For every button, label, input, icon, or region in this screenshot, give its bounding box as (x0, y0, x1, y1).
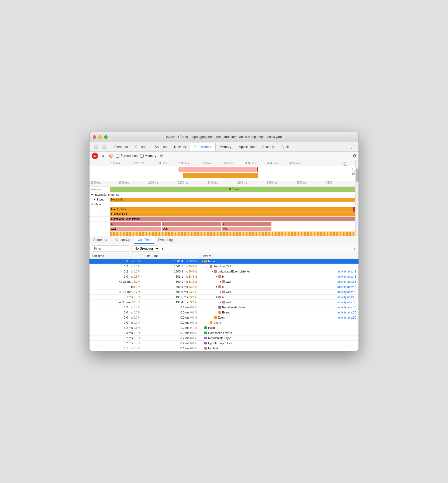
activity-link[interactable]: activitytabs:43 (332, 275, 356, 278)
ruler-tick-2000: 2000 ms (178, 162, 189, 165)
screenshots-checkbox[interactable]: Screenshots (116, 154, 139, 158)
titlebar: Developer Tools - https://googlechrome.g… (89, 132, 359, 142)
tab-bottom-up[interactable]: Bottom-Up (111, 236, 134, 244)
grouping-dropdown-arrow[interactable]: ▾ (161, 246, 163, 251)
cell-activity: ▶ wait activitytabs:33 (199, 299, 359, 305)
table-row[interactable]: 0.0 ms 0.0 %0.0 ms 0.0 % Event (89, 320, 359, 325)
table-row[interactable]: 0.0 ms 0.0 %0.0 ms 0.0 % Event activityt… (89, 315, 359, 320)
ruler2-3200: 3200 (326, 181, 332, 184)
cell-total-time: 499.9 ms 33.2 % (143, 284, 199, 289)
activity-link[interactable]: activitytabs:40 (332, 295, 356, 299)
table-row[interactable]: 0.3 ms 0.0 %1501.4 ms 99.9 % ▼ Event (89, 258, 359, 264)
tab-performance[interactable]: Performance (190, 143, 216, 151)
table-row[interactable]: 0.3 ms 0.0 %0.3 ms 0.0 % Composite Layer… (89, 330, 359, 335)
cell-self-time: 0.3 ms 0.0 % (89, 258, 143, 264)
activity-link[interactable]: activitytabs:33 (332, 290, 356, 294)
activity-link[interactable]: activitytabs:50 (332, 311, 356, 314)
tab-sources[interactable]: Sources (151, 143, 170, 151)
maximize-button[interactable] (104, 135, 108, 139)
screenshots-check[interactable] (116, 154, 119, 158)
activity-link[interactable]: activitytabs:50 (332, 306, 356, 309)
tab-event-log[interactable]: Event Log (154, 236, 177, 244)
dock-icon[interactable]: ⬜ (100, 143, 107, 150)
event-click-label: Event (click) (111, 208, 126, 211)
ruler2-1600: 1600 ms (91, 181, 101, 184)
cursor-icon[interactable]: ⬜ (92, 143, 99, 150)
call-tree-table: Self Time Total Time Activity 0.3 ms 0.0… (89, 253, 359, 351)
delete-button[interactable]: 🗑 (158, 153, 164, 159)
bottom-tabs: Summary Bottom-Up Call Tree Event Log (89, 236, 359, 244)
scrollbar-thumb (356, 168, 359, 182)
cell-total-time: 1500.9 ms 99.8 % (143, 269, 199, 274)
ruler-tick-1500: 1500 ms (156, 162, 167, 165)
ruler-tick-500: 500 ms (111, 162, 120, 165)
cell-activity: Recalculate Style activitytabs:50 (199, 305, 359, 310)
tab-call-tree[interactable]: Call Tree (134, 236, 154, 244)
reload-button[interactable]: ↺ (100, 153, 106, 159)
timeline-ruler-bottom: 1600 ms 1800 ms 2000 ms 2200 ms 2400 ms … (89, 181, 359, 187)
a-label: a (111, 222, 113, 225)
fps-marker (257, 167, 258, 172)
bottom-panel: Summary Bottom-Up Call Tree Event Log No… (89, 236, 359, 351)
tab-application[interactable]: Application (235, 143, 258, 151)
table-row[interactable]: 1.2 ms 0.1 %1.2 ms 0.1 % Paint (89, 325, 359, 330)
activity-link[interactable]: activitytabs:50 (332, 316, 356, 319)
table-row[interactable]: 0.2 ms 0.0 %0.2 ms 0.0 % Recalculate Sty… (89, 335, 359, 340)
activity-link[interactable]: activitytabs:46 (332, 285, 356, 288)
wait-c-label: wait (223, 227, 228, 230)
table-row[interactable]: 0 ms 0 %499.9 ms 33.2 % ▼ c activitytabs… (89, 284, 359, 289)
table-row[interactable]: 491.3 ms 32.7 %500.1 ms 33.3 % ▶ wait ac… (89, 279, 359, 284)
cell-self-time: 0 ms 0 % (89, 284, 143, 289)
tab-elements[interactable]: Elements (111, 143, 131, 151)
record-button[interactable]: ● (92, 153, 98, 159)
cell-activity: ▼ button.addEventListener activitytabs:4… (199, 269, 359, 274)
tab-summary[interactable]: Summary (89, 236, 111, 244)
grouping-select[interactable]: No Grouping (132, 245, 159, 252)
data-table: Self Time Total Time Activity 0.3 ms 0.0… (89, 253, 359, 351)
table-row[interactable]: 1.0 ms 0.1 %501.1 ms 33.3 % ▼ b activity… (89, 274, 359, 279)
table-row[interactable]: 0.2 ms 0.0 %0.2 ms 0.0 % Recalculate Sty… (89, 305, 359, 310)
filter-row: No Grouping ▾ ◁ (89, 244, 359, 253)
devtools-toolbar: ⬜ ⬜ Elements Console Sources Network Per… (89, 142, 359, 152)
tab-security[interactable]: Security (259, 143, 277, 151)
tab-memory[interactable]: Memory (216, 143, 235, 151)
activity-link[interactable]: activitytabs:33 (332, 280, 356, 283)
yellow-stripe-bar (110, 232, 355, 236)
settings-button[interactable]: ⚙ (353, 153, 356, 158)
table-row[interactable]: 0.2 ms 0.0 %1501.1 ms 99.9 % ▼ Function … (89, 264, 359, 269)
table-row[interactable]: 0.2 ms 0.0 %0.2 ms 0.0 % Update Layer Tr… (89, 340, 359, 346)
tab-console[interactable]: Console (132, 143, 151, 151)
cell-activity: Hit Test (199, 346, 359, 351)
col-activity: Activity (199, 253, 359, 259)
table-row[interactable]: 0.1 ms 0.0 %0.1 ms 0.0 % Hit Test (89, 346, 359, 351)
mouse-up-label: Mouse Up (111, 198, 123, 201)
table-row[interactable]: 489.5 ms 32.6 %499.4 ms 33.2 % ▶ wait ac… (89, 299, 359, 305)
cell-total-time: 1501.4 ms 99.9 % (143, 258, 199, 264)
table-body: 0.3 ms 0.0 %1501.4 ms 99.9 % ▼ Event 0.2… (89, 258, 359, 351)
table-row[interactable]: 0.1 ms 0.0 %499.5 ms 33.2 % ▼ a activity… (89, 294, 359, 299)
table-header-row: Self Time Total Time Activity (89, 253, 359, 259)
close-button[interactable] (93, 135, 96, 139)
table-row[interactable]: 0.2 ms 0.0 %1500.9 ms 99.8 % ▼ button.ad… (89, 269, 359, 274)
separator (109, 144, 109, 149)
timeline-vscrollbar[interactable] (355, 160, 359, 236)
more-tabs-icon[interactable]: ⋮ (347, 144, 356, 150)
activity-link[interactable]: activitytabs:49 (332, 270, 356, 273)
clear-button[interactable]: 🚫 (108, 153, 114, 159)
filter-input[interactable] (92, 245, 129, 252)
table-row[interactable]: 491.1 ms 32.7 %499.9 ms 33.2 % ▶ wait ac… (89, 289, 359, 294)
cell-total-time: 501.1 ms 33.3 % (143, 274, 199, 279)
interactions-row: ▼ Interactions :ponse (89, 192, 359, 197)
frames-value: 1505.1 ms (226, 188, 239, 191)
tab-network[interactable]: Network (171, 143, 189, 151)
memory-check[interactable] (140, 154, 144, 158)
minimize-button[interactable] (98, 135, 102, 139)
memory-checkbox[interactable]: Memory (140, 154, 156, 158)
table-row[interactable]: 0.0 ms 0.0 %0.0 ms 0.0 % Event activityt… (89, 310, 359, 315)
cell-activity: Paint (199, 325, 359, 330)
cpu-bar (183, 173, 258, 178)
function-call-label: Function Call (111, 213, 127, 216)
heavy-icon[interactable]: ◁ (353, 246, 356, 251)
tab-audits[interactable]: Audits (278, 143, 294, 151)
activity-link[interactable]: activitytabs:33 (332, 301, 356, 304)
